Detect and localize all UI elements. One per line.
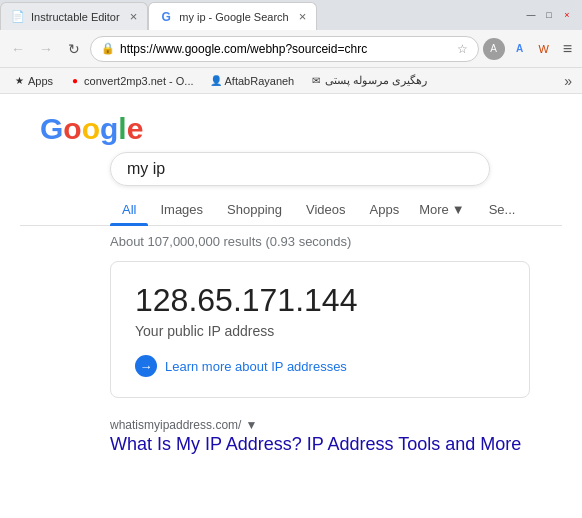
learn-more-text: Learn more about IP addresses xyxy=(165,359,347,374)
logo-g2: g xyxy=(100,112,118,146)
window-controls: — □ × xyxy=(524,8,582,22)
profile-initial: A xyxy=(490,43,497,54)
tab-images[interactable]: Images xyxy=(148,194,215,225)
bookmark-star-icon[interactable]: ☆ xyxy=(457,42,468,56)
close-window-button[interactable]: × xyxy=(560,8,574,22)
nav-bar: ← → ↻ 🔒 https://www.google.com/webhp?sou… xyxy=(0,30,582,68)
tab1-close-button[interactable]: × xyxy=(130,9,138,24)
logo-o2: o xyxy=(82,112,100,146)
content-area[interactable]: G o o g l e my ip All Images xyxy=(0,94,582,518)
minimize-button[interactable]: — xyxy=(524,8,538,22)
tab1-title: Instructable Editor xyxy=(31,11,120,23)
bookmark-aftab[interactable]: 👤 AftabRayaneh xyxy=(205,73,300,89)
title-bar: 📄 Instructable Editor × G my ip - Google… xyxy=(0,0,582,30)
tab-more[interactable]: More ▼ xyxy=(411,194,473,225)
back-icon: ← xyxy=(11,41,25,57)
office-icon[interactable]: W xyxy=(533,38,555,60)
chevron-down-icon: ▼ xyxy=(452,202,465,217)
google-page: G o o g l e my ip All Images xyxy=(0,94,582,481)
logo-l: l xyxy=(118,112,126,146)
bookmark-postal-label: رهگیری مرسوله پستی xyxy=(325,74,427,87)
back-button[interactable]: ← xyxy=(6,37,30,61)
search-input[interactable]: my ip xyxy=(110,152,490,186)
bookmark-aftab-label: AftabRayaneh xyxy=(225,75,295,87)
bookmarks-bar: ★ Apps ● convert2mp3.net - O... 👤 AftabR… xyxy=(0,68,582,94)
tabs-area: 📄 Instructable Editor × G my ip - Google… xyxy=(0,0,524,30)
tab1-favicon: 📄 xyxy=(11,10,25,24)
logo-o1: o xyxy=(63,112,81,146)
apps-favicon: ★ xyxy=(13,75,25,87)
postal-favicon: ✉ xyxy=(310,75,322,87)
bookmark-postal[interactable]: ✉ رهگیری مرسوله پستی xyxy=(305,72,432,89)
lock-icon: 🔒 xyxy=(101,42,115,55)
ip-address-label: Your public IP address xyxy=(135,323,505,339)
ip-address-value: 128.65.171.144 xyxy=(135,282,505,319)
organic-result: whatismyipaddress.com/ ▼ What Is My IP A… xyxy=(110,418,560,455)
tab2-title: my ip - Google Search xyxy=(179,11,288,23)
logo-e: e xyxy=(127,112,144,146)
search-box-area: my ip xyxy=(110,152,562,186)
tab-instructable[interactable]: 📄 Instructable Editor × xyxy=(0,2,148,30)
extension-buttons: A W xyxy=(509,38,555,60)
forward-button[interactable]: → xyxy=(34,37,58,61)
convert2mp3-favicon: ● xyxy=(69,75,81,87)
result-url-text: whatismyipaddress.com/ xyxy=(110,418,241,432)
refresh-button[interactable]: ↻ xyxy=(62,37,86,61)
ip-result-card: 128.65.171.144 Your public IP address → … xyxy=(110,261,530,398)
result-url: whatismyipaddress.com/ ▼ xyxy=(110,418,560,432)
tab-shopping[interactable]: Shopping xyxy=(215,194,294,225)
result-url-dropdown-icon[interactable]: ▼ xyxy=(245,418,257,432)
address-text: https://www.google.com/webhp?sourceid=ch… xyxy=(120,42,452,56)
tab2-favicon: G xyxy=(159,10,173,24)
learn-more-icon: → xyxy=(135,355,157,377)
translate-icon[interactable]: A xyxy=(509,38,531,60)
browser-window: 📄 Instructable Editor × G my ip - Google… xyxy=(0,0,582,518)
tab-settings[interactable]: Se... xyxy=(477,194,528,225)
forward-icon: → xyxy=(39,41,53,57)
tab2-close-button[interactable]: × xyxy=(299,9,307,24)
maximize-button[interactable]: □ xyxy=(542,8,556,22)
google-logo: G o o g l e xyxy=(40,112,562,146)
tab-all[interactable]: All xyxy=(110,194,148,225)
bookmark-apps[interactable]: ★ Apps xyxy=(8,73,58,89)
learn-more-link[interactable]: → Learn more about IP addresses xyxy=(135,355,505,377)
bookmark-apps-label: Apps xyxy=(28,75,53,87)
bookmark-convert2mp3-label: convert2mp3.net - O... xyxy=(84,75,193,87)
address-bar[interactable]: 🔒 https://www.google.com/webhp?sourceid=… xyxy=(90,36,479,62)
results-info: About 107,000,000 results (0.93 seconds) xyxy=(110,234,562,249)
search-tabs: All Images Shopping Videos Apps More ▼ xyxy=(20,194,562,226)
tab-apps[interactable]: Apps xyxy=(358,194,412,225)
bookmark-convert2mp3[interactable]: ● convert2mp3.net - O... xyxy=(64,73,198,89)
tab-google-search[interactable]: G my ip - Google Search × xyxy=(148,2,317,30)
search-query-text: my ip xyxy=(127,160,165,178)
refresh-icon: ↻ xyxy=(68,41,80,57)
bookmarks-more-button[interactable]: » xyxy=(562,73,574,89)
profile-button[interactable]: A xyxy=(483,38,505,60)
result-title[interactable]: What Is My IP Address? IP Address Tools … xyxy=(110,434,560,455)
aftab-favicon: 👤 xyxy=(210,75,222,87)
menu-button[interactable]: ≡ xyxy=(559,40,576,58)
tab-videos[interactable]: Videos xyxy=(294,194,358,225)
logo-g: G xyxy=(40,112,63,146)
